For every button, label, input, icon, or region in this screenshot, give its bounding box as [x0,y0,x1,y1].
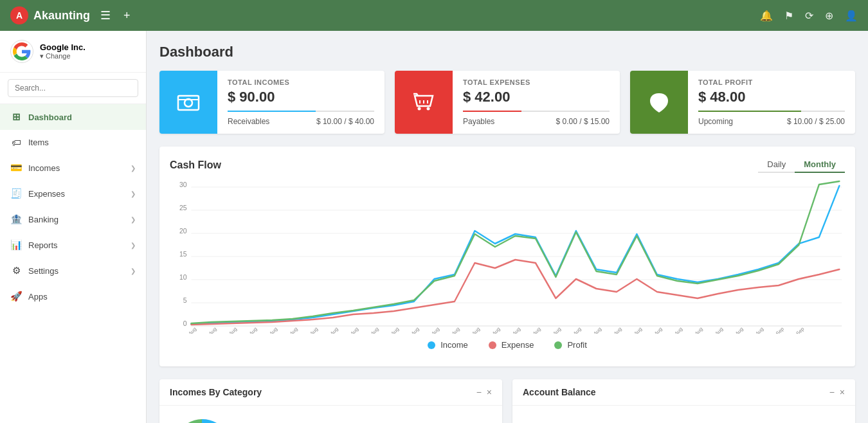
svg-text:09 Aug: 09 Aug [304,326,319,334]
sidebar-item-reports[interactable]: 📊 Reports ❯ [0,232,146,258]
svg-text:10: 10 [179,273,187,281]
close-incomes-icon[interactable]: × [487,387,492,397]
cashflow-header: Cash Flow Daily Monthly [170,157,845,173]
svg-text:20: 20 [179,227,187,235]
apps-icon: 🚀 [10,291,22,302]
profit-icon-box [630,71,688,134]
sidebar: Google Inc. ▾ Change ⊞ Dashboard 🏷 Items [0,31,147,423]
sidebar-label-banking: Banking [28,215,59,224]
account-balance-card: Account Balance − × Cash $ 48.00 [512,379,855,423]
account-balance-header: Account Balance − × [512,379,855,406]
minimize-balance-icon[interactable]: − [829,387,835,397]
reports-icon: 📊 [10,239,22,251]
legend-expense: Expense [489,340,534,350]
income-dot [428,341,435,349]
topnav: A Akaunting ☰ + 🔔 ⚑ ⟳ ⊕ 👤 [0,0,868,31]
sidebar-item-expenses[interactable]: 🧾 Expenses ❯ [0,181,146,206]
company-section: Google Inc. ▾ Change [0,31,146,73]
account-balance-body: Cash $ 48.00 [512,406,855,423]
company-logo [10,40,33,63]
sidebar-label-items: Items [28,138,49,147]
notification-icon[interactable]: 🔔 [760,10,773,22]
svg-text:15 Aug: 15 Aug [426,326,440,334]
profit-legend-label: Profit [567,340,586,350]
cashflow-title: Cash Flow [170,159,221,171]
incomes-category-header: Incomes By Category − × [159,379,502,406]
search-section [0,73,146,104]
dashboard-icon: ⊞ [10,111,22,123]
minimize-incomes-icon[interactable]: − [476,387,482,397]
expenses-stat-content: TOTAL EXPENSES $ 42.00 Payables $ 0.00 /… [453,71,620,134]
svg-text:10 Aug: 10 Aug [325,326,339,334]
sidebar-label-dashboard: Dashboard [28,113,72,122]
sidebar-item-items[interactable]: 🏷 Items [0,130,146,155]
company-change[interactable]: ▾ Change [40,52,86,60]
svg-point-3 [418,107,421,111]
pie-chart [170,416,234,423]
refresh-icon[interactable]: ⟳ [805,10,813,22]
incomes-category-title: Incomes By Category [170,387,262,397]
globe-icon[interactable]: ⊕ [825,10,833,22]
income-line [191,186,839,324]
profit-divider [698,111,845,112]
receivables-value: $ 10.00 / $ 40.00 [316,117,374,126]
tab-daily[interactable]: Daily [758,157,795,173]
legend-income: Income [428,340,468,350]
chevron-reports-icon: ❯ [131,242,136,249]
search-input[interactable] [8,79,138,97]
flag-icon[interactable]: ⚑ [784,10,793,22]
svg-point-4 [427,107,430,111]
svg-text:17 Aug: 17 Aug [466,326,481,334]
cashflow-chart: 0 5 10 15 20 25 30 [170,179,845,334]
upcoming-value: $ 10.00 / $ 25.00 [787,117,845,126]
svg-text:22 Aug: 22 Aug [568,326,583,334]
svg-text:30 Aug: 30 Aug [730,326,745,334]
expenses-icon: 🧾 [10,188,22,199]
user-icon[interactable]: 👤 [845,10,858,22]
svg-text:27 Aug: 27 Aug [669,326,683,334]
svg-text:23 Aug: 23 Aug [588,326,602,334]
app-logo: A Akaunting [10,6,90,24]
chevron-incomes-icon: ❯ [131,165,136,172]
expenses-sub: Payables $ 0.00 / $ 15.00 [463,117,610,126]
sidebar-item-apps[interactable]: 🚀 Apps [0,284,146,309]
tab-monthly[interactable]: Monthly [795,157,845,173]
page-title: Dashboard [159,44,855,60]
chevron-settings-icon: ❯ [131,267,136,274]
svg-rect-0 [178,96,199,110]
sidebar-item-settings[interactable]: ⚙ Settings ❯ [0,258,146,284]
sidebar-label-incomes: Incomes [28,163,60,173]
svg-text:5: 5 [183,296,187,304]
upcoming-label: Upcoming [698,117,733,126]
sidebar-label-reports: Reports [28,240,58,250]
svg-text:24 Aug: 24 Aug [608,326,623,334]
payables-label: Payables [463,117,494,126]
svg-text:29 Aug: 29 Aug [709,326,724,334]
sidebar-item-dashboard[interactable]: ⊞ Dashboard [0,104,146,130]
incomes-icon: 💳 [10,162,22,174]
settings-icon: ⚙ [10,265,22,276]
incomes-category-body: $ 20.00 Invoices $ 40.00 Deposit [159,406,502,423]
expenses-icon-box [395,71,453,134]
expenses-value: $ 42.00 [463,89,610,105]
sidebar-label-expenses: Expenses [28,189,65,199]
incomes-value: $ 90.00 [228,89,374,105]
svg-text:15: 15 [179,250,187,258]
expenses-divider [463,111,610,112]
profit-stat-content: TOTAL PROFIT $ 48.00 Upcoming $ 10.00 / … [688,71,855,134]
sidebar-item-incomes[interactable]: 💳 Incomes ❯ [0,155,146,181]
legend-profit: Profit [554,340,586,350]
add-button[interactable]: + [121,6,133,25]
menu-button[interactable]: ☰ [98,6,113,25]
profit-value: $ 48.00 [698,89,845,105]
sidebar-item-banking[interactable]: 🏦 Banking ❯ [0,206,146,232]
profit-dot [554,341,562,349]
incomes-category-actions: − × [476,387,492,397]
close-balance-icon[interactable]: × [840,387,845,397]
expense-dot [489,341,496,349]
sidebar-nav: ⊞ Dashboard 🏷 Items 💳 Incomes ❯ 🧾 [0,104,146,423]
chart-svg: 0 5 10 15 20 25 30 [170,179,845,334]
svg-text:25: 25 [179,204,187,212]
company-name: Google Inc. [40,42,86,52]
incomes-icon-box [159,71,217,134]
